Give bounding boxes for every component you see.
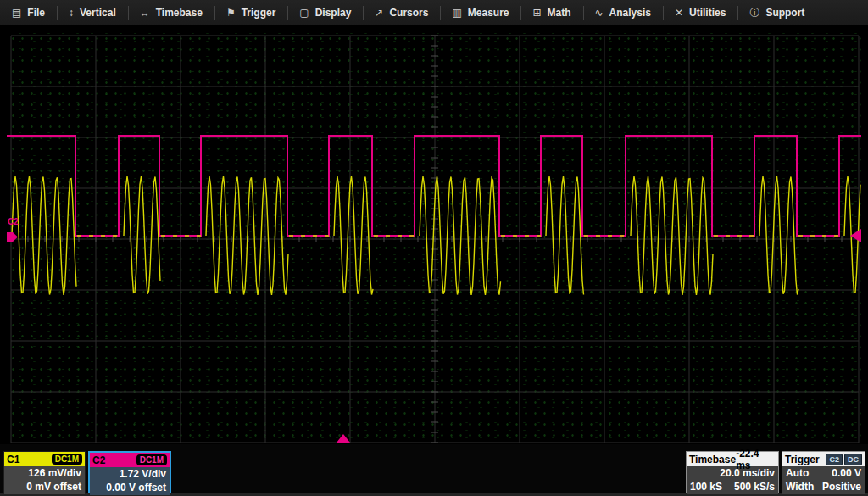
waveform-svg	[7, 31, 861, 444]
menu-item-math[interactable]: ⊞Math	[520, 0, 582, 25]
trigger-body: Auto 0.00 V Width Positive	[782, 466, 865, 494]
menu-bar: ▤File↕Vertical↔Timebase⚑Trigger▢Display↗…	[0, 0, 868, 27]
timebase-scale: 20.0 ms/div	[720, 466, 775, 480]
timebase-samples: 100 kS	[690, 480, 722, 493]
trigger-delay-marker-icon[interactable]	[337, 434, 350, 443]
menu-item-label: Cursors	[389, 7, 428, 19]
menu-item-label: Utilities	[689, 7, 726, 19]
trigger-flag-icon: ⚑	[226, 7, 236, 19]
analysis-icon: ∿	[595, 7, 604, 19]
c2-scale: 1.72 V/div	[120, 467, 166, 481]
trigger-mode: Auto	[786, 466, 809, 480]
cursors-icon: ↗	[375, 7, 383, 19]
c2-header: C2 DC1M	[90, 453, 170, 467]
menu-item-label: Measure	[468, 7, 509, 19]
menu-item-label: Vertical	[80, 7, 116, 19]
trigger-label: Trigger	[785, 454, 820, 465]
trigger-level-marker-icon[interactable]	[850, 229, 861, 242]
trigger-slope: Positive	[822, 480, 861, 493]
c2-coupling-badge: DC1M	[136, 454, 167, 465]
trigger-level: 0.00 V	[832, 466, 861, 480]
trigger-coupling-badge: DC	[844, 454, 862, 465]
c1-header: C1 DC1M	[4, 452, 85, 466]
menu-item-label: Timebase	[156, 7, 203, 19]
menu-item-label: Math	[548, 7, 571, 19]
trigger-type: Width	[786, 480, 814, 493]
menu-item-vertical[interactable]: ↕Vertical	[57, 0, 128, 25]
c1-label: C1	[7, 454, 19, 465]
c1-body: 126 mV/div 0 mV offset	[4, 466, 85, 494]
channel-descriptor-c1[interactable]: C1 DC1M 126 mV/div 0 mV offset	[3, 451, 86, 493]
menu-item-analysis[interactable]: ∿Analysis	[583, 0, 663, 25]
c2-body: 1.72 V/div 0.00 V offset	[90, 467, 170, 495]
horizontal-arrows-icon: ↔	[140, 7, 150, 19]
c1-scale: 126 mV/div	[28, 466, 81, 480]
menu-item-measure[interactable]: ▥Measure	[440, 0, 520, 25]
menu-item-file[interactable]: ▤File	[0, 0, 57, 25]
c2-offset: 0.00 V offset	[106, 481, 166, 494]
c2-label: C2	[92, 454, 105, 466]
menu-item-cursors[interactable]: ↗Cursors	[363, 0, 440, 25]
menu-item-label: File	[27, 7, 45, 19]
menu-item-label: Display	[315, 7, 352, 19]
timebase-header: Timebase -22.4 ms	[687, 452, 778, 466]
trigger-descriptor[interactable]: Trigger C2 DC Auto 0.00 V Width Positive	[782, 451, 865, 493]
oscilloscope-screen: ▤File↕Vertical↔Timebase⚑Trigger▢Display↗…	[0, 0, 868, 496]
c1-offset: 0 mV offset	[26, 480, 81, 493]
timebase-rate: 500 kS/s	[734, 480, 775, 493]
menu-item-display[interactable]: ▢Display	[287, 0, 363, 25]
trigger-header: Trigger C2 DC	[782, 452, 865, 466]
channel-descriptor-c2[interactable]: C2 DC1M 1.72 V/div 0.00 V offset	[88, 451, 171, 493]
c1-coupling-badge: DC1M	[52, 454, 82, 465]
menu-item-support[interactable]: ⓘSupport	[737, 0, 816, 25]
menu-item-label: Trigger	[242, 7, 276, 19]
menu-item-label: Analysis	[609, 7, 651, 19]
support-icon: ⓘ	[749, 6, 760, 20]
vertical-arrows-icon: ↕	[69, 7, 74, 19]
menu-item-timebase[interactable]: ↔Timebase	[128, 0, 214, 25]
timebase-descriptor[interactable]: Timebase -22.4 ms 20.0 ms/div 100 kS 500…	[686, 451, 779, 493]
scope-graticule: C2	[7, 31, 861, 444]
timebase-label: Timebase	[689, 454, 736, 465]
descriptor-bar: C1 DC1M 126 mV/div 0 mV offset C2 DC1M 1…	[0, 444, 868, 496]
file-icon: ▤	[12, 7, 21, 19]
menu-item-trigger[interactable]: ⚑Trigger	[214, 0, 287, 25]
menu-item-utilities[interactable]: ✕Utilities	[663, 0, 737, 25]
measure-icon: ▥	[452, 7, 461, 19]
trigger-source-badge: C2	[826, 454, 843, 465]
math-icon: ⊞	[532, 7, 541, 19]
menu-item-label: Support	[765, 7, 804, 19]
timebase-body: 20.0 ms/div 100 kS 500 kS/s	[687, 466, 778, 494]
channel-zero-label: C2	[8, 217, 19, 226]
display-icon: ▢	[299, 7, 309, 19]
utilities-icon: ✕	[675, 7, 683, 19]
